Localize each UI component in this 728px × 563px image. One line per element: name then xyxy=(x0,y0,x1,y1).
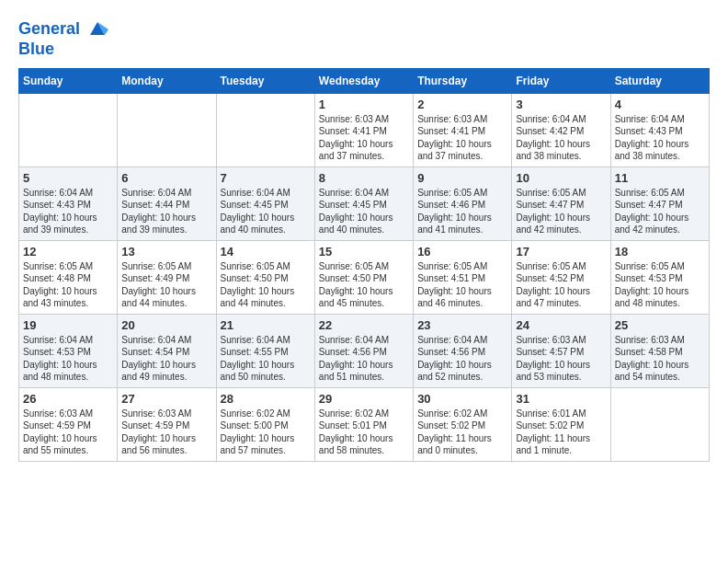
calendar-cell: 15Sunrise: 6:05 AM Sunset: 4:50 PM Dayli… xyxy=(314,240,413,314)
calendar-cell: 25Sunrise: 6:03 AM Sunset: 4:58 PM Dayli… xyxy=(610,314,709,387)
day-number: 13 xyxy=(121,245,211,259)
calendar-week-row: 26Sunrise: 6:03 AM Sunset: 4:59 PM Dayli… xyxy=(19,387,710,461)
calendar-cell xyxy=(19,93,118,167)
day-header-friday: Friday xyxy=(512,68,610,93)
calendar-cell: 29Sunrise: 6:02 AM Sunset: 5:01 PM Dayli… xyxy=(314,387,413,461)
calendar-cell: 7Sunrise: 6:04 AM Sunset: 4:45 PM Daylig… xyxy=(216,167,314,240)
day-number: 18 xyxy=(615,245,705,259)
calendar-week-row: 5Sunrise: 6:04 AM Sunset: 4:43 PM Daylig… xyxy=(19,167,710,240)
day-number: 26 xyxy=(23,392,113,406)
day-info: Sunrise: 6:04 AM Sunset: 4:43 PM Dayligh… xyxy=(615,113,705,163)
day-number: 15 xyxy=(319,245,409,259)
day-info: Sunrise: 6:05 AM Sunset: 4:50 PM Dayligh… xyxy=(221,260,311,310)
calendar-cell xyxy=(216,93,314,167)
day-info: Sunrise: 6:05 AM Sunset: 4:48 PM Dayligh… xyxy=(23,260,113,310)
day-number: 24 xyxy=(516,318,606,332)
calendar-table: SundayMondayTuesdayWednesdayThursdayFrid… xyxy=(18,68,710,462)
calendar-cell: 16Sunrise: 6:05 AM Sunset: 4:51 PM Dayli… xyxy=(414,240,512,314)
calendar-cell: 13Sunrise: 6:05 AM Sunset: 4:49 PM Dayli… xyxy=(118,240,216,314)
calendar-header-row: SundayMondayTuesdayWednesdayThursdayFrid… xyxy=(19,68,710,93)
day-number: 20 xyxy=(121,318,211,332)
day-info: Sunrise: 6:04 AM Sunset: 4:55 PM Dayligh… xyxy=(221,334,311,384)
page-header: General Blue xyxy=(18,18,710,59)
day-info: Sunrise: 6:02 AM Sunset: 5:01 PM Dayligh… xyxy=(319,408,409,457)
day-info: Sunrise: 6:04 AM Sunset: 4:56 PM Dayligh… xyxy=(319,334,409,384)
day-info: Sunrise: 6:05 AM Sunset: 4:49 PM Dayligh… xyxy=(121,260,211,310)
day-number: 28 xyxy=(221,392,311,406)
day-number: 14 xyxy=(221,245,311,259)
calendar-cell: 18Sunrise: 6:05 AM Sunset: 4:53 PM Dayli… xyxy=(610,240,709,314)
day-number: 21 xyxy=(221,318,311,332)
calendar-cell: 21Sunrise: 6:04 AM Sunset: 4:55 PM Dayli… xyxy=(216,314,314,387)
day-number: 22 xyxy=(319,318,409,332)
day-info: Sunrise: 6:04 AM Sunset: 4:44 PM Dayligh… xyxy=(121,187,211,236)
calendar-cell: 9Sunrise: 6:05 AM Sunset: 4:46 PM Daylig… xyxy=(414,167,512,240)
day-number: 17 xyxy=(516,245,606,259)
day-header-sunday: Sunday xyxy=(19,68,118,93)
calendar-cell: 23Sunrise: 6:04 AM Sunset: 4:56 PM Dayli… xyxy=(414,314,512,387)
day-header-monday: Monday xyxy=(118,68,216,93)
logo-text: General xyxy=(18,18,108,40)
day-number: 8 xyxy=(319,171,409,185)
calendar-week-row: 1Sunrise: 6:03 AM Sunset: 4:41 PM Daylig… xyxy=(19,93,710,167)
calendar-cell xyxy=(118,93,216,167)
day-info: Sunrise: 6:02 AM Sunset: 5:02 PM Dayligh… xyxy=(417,408,507,457)
calendar-cell: 31Sunrise: 6:01 AM Sunset: 5:02 PM Dayli… xyxy=(512,387,610,461)
calendar-cell: 8Sunrise: 6:04 AM Sunset: 4:45 PM Daylig… xyxy=(314,167,413,240)
day-info: Sunrise: 6:04 AM Sunset: 4:42 PM Dayligh… xyxy=(516,113,606,163)
day-number: 19 xyxy=(23,318,113,332)
day-info: Sunrise: 6:04 AM Sunset: 4:56 PM Dayligh… xyxy=(417,334,507,384)
calendar-cell: 27Sunrise: 6:03 AM Sunset: 4:59 PM Dayli… xyxy=(118,387,216,461)
day-number: 23 xyxy=(417,318,507,332)
calendar-cell: 19Sunrise: 6:04 AM Sunset: 4:53 PM Dayli… xyxy=(19,314,118,387)
day-header-thursday: Thursday xyxy=(414,68,512,93)
day-info: Sunrise: 6:05 AM Sunset: 4:47 PM Dayligh… xyxy=(615,187,705,236)
day-number: 3 xyxy=(516,98,606,111)
day-info: Sunrise: 6:05 AM Sunset: 4:53 PM Dayligh… xyxy=(615,260,705,310)
calendar-cell: 26Sunrise: 6:03 AM Sunset: 4:59 PM Dayli… xyxy=(19,387,118,461)
day-number: 5 xyxy=(23,171,113,185)
day-number: 30 xyxy=(417,392,507,406)
calendar-cell: 2Sunrise: 6:03 AM Sunset: 4:41 PM Daylig… xyxy=(414,93,512,167)
day-info: Sunrise: 6:03 AM Sunset: 4:41 PM Dayligh… xyxy=(417,113,507,163)
calendar-cell xyxy=(610,387,709,461)
calendar-week-row: 12Sunrise: 6:05 AM Sunset: 4:48 PM Dayli… xyxy=(19,240,710,314)
day-number: 16 xyxy=(417,245,507,259)
day-info: Sunrise: 6:04 AM Sunset: 4:43 PM Dayligh… xyxy=(23,187,113,236)
calendar-cell: 24Sunrise: 6:03 AM Sunset: 4:57 PM Dayli… xyxy=(512,314,610,387)
calendar-cell: 10Sunrise: 6:05 AM Sunset: 4:47 PM Dayli… xyxy=(512,167,610,240)
day-number: 7 xyxy=(221,171,311,185)
day-number: 25 xyxy=(615,318,705,332)
calendar-week-row: 19Sunrise: 6:04 AM Sunset: 4:53 PM Dayli… xyxy=(19,314,710,387)
calendar-cell: 11Sunrise: 6:05 AM Sunset: 4:47 PM Dayli… xyxy=(610,167,709,240)
calendar-cell: 20Sunrise: 6:04 AM Sunset: 4:54 PM Dayli… xyxy=(118,314,216,387)
calendar-cell: 30Sunrise: 6:02 AM Sunset: 5:02 PM Dayli… xyxy=(414,387,512,461)
day-info: Sunrise: 6:04 AM Sunset: 4:45 PM Dayligh… xyxy=(319,187,409,236)
calendar-cell: 4Sunrise: 6:04 AM Sunset: 4:43 PM Daylig… xyxy=(610,93,709,167)
day-number: 27 xyxy=(121,392,211,406)
calendar-cell: 1Sunrise: 6:03 AM Sunset: 4:41 PM Daylig… xyxy=(314,93,413,167)
logo-general: General xyxy=(18,19,80,38)
calendar-cell: 6Sunrise: 6:04 AM Sunset: 4:44 PM Daylig… xyxy=(118,167,216,240)
day-number: 12 xyxy=(23,245,113,259)
day-number: 31 xyxy=(516,392,606,406)
logo-icon xyxy=(86,18,108,40)
day-number: 4 xyxy=(615,98,705,111)
day-info: Sunrise: 6:04 AM Sunset: 4:53 PM Dayligh… xyxy=(23,334,113,384)
day-info: Sunrise: 6:02 AM Sunset: 5:00 PM Dayligh… xyxy=(221,408,311,457)
day-header-wednesday: Wednesday xyxy=(314,68,413,93)
day-number: 10 xyxy=(516,171,606,185)
day-number: 29 xyxy=(319,392,409,406)
day-info: Sunrise: 6:04 AM Sunset: 4:54 PM Dayligh… xyxy=(121,334,211,384)
day-info: Sunrise: 6:03 AM Sunset: 4:59 PM Dayligh… xyxy=(121,408,211,457)
day-info: Sunrise: 6:03 AM Sunset: 4:41 PM Dayligh… xyxy=(319,113,409,163)
day-header-tuesday: Tuesday xyxy=(216,68,314,93)
logo-blue: Blue xyxy=(18,40,108,59)
day-number: 11 xyxy=(615,171,705,185)
day-info: Sunrise: 6:05 AM Sunset: 4:50 PM Dayligh… xyxy=(319,260,409,310)
calendar-cell: 3Sunrise: 6:04 AM Sunset: 4:42 PM Daylig… xyxy=(512,93,610,167)
day-info: Sunrise: 6:03 AM Sunset: 4:57 PM Dayligh… xyxy=(516,334,606,384)
day-number: 2 xyxy=(417,98,507,111)
calendar-cell: 5Sunrise: 6:04 AM Sunset: 4:43 PM Daylig… xyxy=(19,167,118,240)
day-info: Sunrise: 6:05 AM Sunset: 4:47 PM Dayligh… xyxy=(516,187,606,236)
